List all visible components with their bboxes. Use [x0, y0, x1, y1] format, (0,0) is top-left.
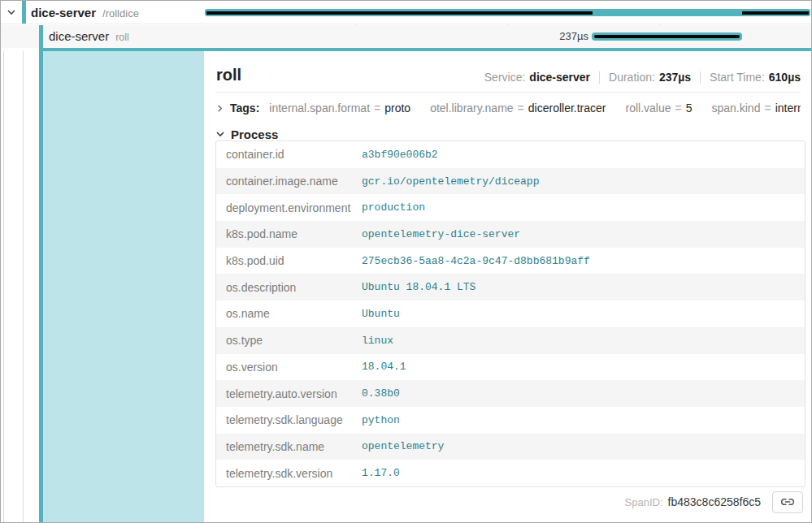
start-time-value: 610µs — [769, 71, 801, 84]
span-meta: Service: dice-server Duration: 237µs Sta… — [484, 71, 801, 84]
process-row: container.image.name gcr.io/opentelemetr… — [216, 168, 805, 195]
process-key: os.name — [216, 307, 362, 320]
span-tree-guide-line — [23, 51, 24, 522]
span-id-value: fb483c8c6258f6c5 — [668, 495, 761, 508]
service-name: dice-server/rolldice — [31, 1, 139, 25]
process-value: production — [362, 201, 425, 214]
span-name-cell[interactable]: dice-serverroll — [1, 25, 204, 48]
span-color-bar — [22, 1, 26, 24]
process-row: os.type linux — [216, 327, 805, 354]
chevron-right-icon[interactable] — [215, 104, 224, 113]
process-key: telemetry.sdk.language — [216, 413, 362, 426]
process-row: telemetry.sdk.language python — [216, 407, 805, 434]
selected-span-top-border — [39, 48, 811, 51]
duration-label: Duration: — [609, 71, 655, 84]
span-detail-footer: SpanID: fb483c8c6258f6c5 — [625, 486, 803, 517]
process-value: gcr.io/opentelemetry/diceapp — [362, 175, 539, 188]
tag-key: roll.value — [626, 102, 671, 115]
process-row: k8s.pod.uid 275ecb36-5aa8-4c2a-9c47-d8bb… — [216, 248, 805, 274]
process-key: k8s.pod.name — [216, 227, 362, 240]
tag-equals: = — [764, 102, 771, 115]
tag-item: roll.value=5 — [626, 102, 693, 115]
process-key: k8s.pod.uid — [216, 254, 362, 267]
process-value: 1.17.0 — [362, 467, 400, 479]
operation-name: /rolldice — [102, 7, 139, 19]
child-span-marker — [206, 11, 593, 15]
span-id-label: SpanID: — [625, 496, 663, 508]
child-span-marker — [742, 11, 809, 15]
header-divider — [215, 92, 801, 93]
chevron-down-icon[interactable] — [7, 7, 16, 17]
tag-value: 5 — [686, 102, 693, 115]
process-key: os.description — [216, 281, 362, 294]
selected-span-tint — [43, 51, 204, 522]
span-row-rolldice[interactable]: dice-server/rolldice — [1, 1, 811, 24]
span-tree-guide-line — [3, 51, 4, 522]
process-label: Process — [231, 128, 278, 141]
process-row: telemetry.sdk.version 1.17.0 — [216, 460, 805, 486]
jaeger-trace-detail-view: dice-server/rolldice dice-serverroll 237… — [0, 0, 812, 523]
process-row: deployment.environment production — [216, 194, 805, 221]
tags-label: Tags: — [230, 102, 259, 115]
process-value: 18.04.1 — [362, 361, 406, 373]
tags-section-toggle[interactable]: Tags: internal.span.format=proto otel.li… — [215, 95, 801, 121]
process-value: 0.38b0 — [362, 387, 400, 400]
span-row-roll[interactable]: dice-serverroll 237µs — [1, 25, 811, 48]
tag-equals: = — [374, 102, 380, 115]
tag-item: otel.library.name=diceroller.tracer — [430, 102, 606, 115]
span-title: roll — [216, 66, 241, 84]
process-key: os.type — [216, 334, 362, 347]
tag-key: internal.span.format — [269, 102, 370, 115]
process-key: telemetry.sdk.name — [216, 440, 362, 453]
tag-item: span.kind=internal — [712, 102, 801, 115]
process-value: a3bf90e006b2 — [362, 149, 438, 161]
process-key: container.id — [216, 148, 362, 161]
process-key: telemetry.auto.version — [216, 387, 362, 400]
process-value: opentelemetry — [362, 440, 444, 452]
process-value: opentelemetry-dice-server — [362, 228, 520, 240]
process-row: k8s.pod.name opentelemetry-dice-server — [216, 221, 805, 248]
span-bar-rolldice[interactable] — [205, 9, 810, 16]
meta-divider — [599, 71, 600, 84]
process-row: telemetry.sdk.name opentelemetry — [216, 434, 805, 460]
process-row: telemetry.auto.version 0.38b0 — [216, 380, 805, 407]
span-detail-panel: roll Service: dice-server Duration: 237µ… — [204, 51, 811, 522]
tag-value: proto — [384, 102, 410, 115]
tag-item: internal.span.format=proto — [269, 102, 410, 115]
service-value: dice-server — [529, 71, 590, 84]
process-row: os.version 18.04.1 — [216, 354, 805, 381]
process-row: container.id a3bf90e006b2 — [216, 141, 805, 168]
operation-name: roll — [115, 32, 129, 43]
start-time-label: Start Time: — [710, 71, 765, 84]
process-value: python — [362, 414, 400, 426]
process-key: deployment.environment — [216, 201, 362, 214]
tag-key: span.kind — [712, 102, 761, 115]
link-icon — [781, 495, 794, 508]
tag-value: internal — [775, 102, 801, 115]
process-row: os.description Ubuntu 18.04.1 LTS — [216, 274, 805, 300]
process-key: os.version — [216, 361, 362, 374]
process-section-toggle[interactable]: Process — [215, 126, 278, 142]
span-color-bar — [39, 25, 43, 48]
chevron-down-icon[interactable] — [215, 129, 225, 139]
process-row: os.name Ubuntu — [216, 300, 805, 327]
service-name: dice-serverroll — [49, 25, 129, 49]
span-bar-core — [594, 35, 740, 38]
span-duration-label: 237µs — [489, 25, 588, 48]
process-value: Ubuntu 18.04.1 LTS — [362, 281, 475, 293]
process-value: 275ecb36-5aa8-4c2a-9c47-d8bb681b9aff — [362, 255, 590, 267]
tag-equals: = — [518, 102, 524, 115]
tag-key: otel.library.name — [430, 102, 513, 115]
tag-equals: = — [675, 102, 682, 115]
process-table: container.id a3bf90e006b2 container.imag… — [215, 140, 805, 487]
process-key: container.image.name — [216, 175, 362, 188]
deep-link-button[interactable] — [772, 491, 803, 513]
tag-value: diceroller.tracer — [528, 102, 606, 115]
meta-divider — [700, 71, 701, 84]
duration-value: 237µs — [659, 71, 691, 84]
span-name-cell[interactable]: dice-server/rolldice — [1, 1, 204, 24]
process-value: Ubuntu — [362, 308, 400, 320]
service-label: Service: — [484, 71, 526, 84]
span-bar-roll[interactable] — [592, 32, 742, 41]
process-key: telemetry.sdk.version — [216, 467, 362, 480]
